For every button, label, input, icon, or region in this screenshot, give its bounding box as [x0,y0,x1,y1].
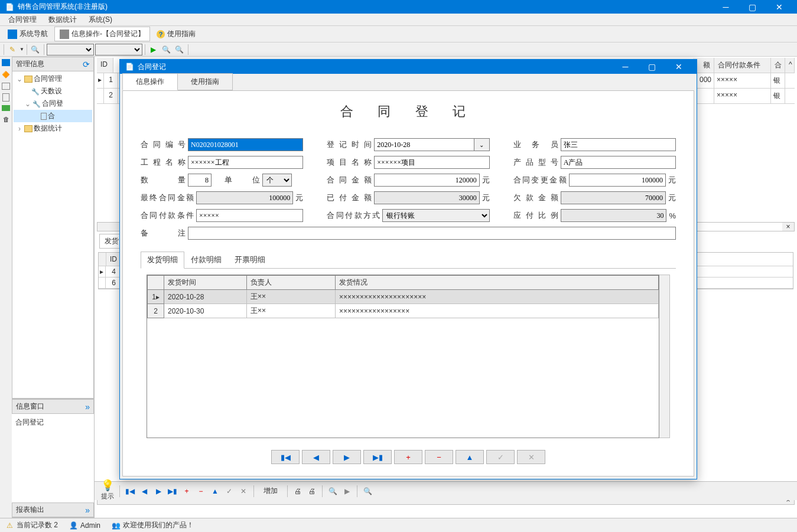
tree-days-setting[interactable]: 🔧 天数设 [14,85,92,97]
pay-method-select[interactable]: 银行转账 [382,209,489,222]
zoom-button[interactable] [161,44,173,56]
cell-time[interactable]: 2020-10-30 [164,304,247,318]
grid-cell[interactable]: 1 [104,73,118,88]
close-tab-button[interactable]: × [782,223,794,231]
tree-contract-sub[interactable]: 合 [14,110,92,122]
subtab-invoice[interactable]: 开票明细 [228,252,272,268]
up-button[interactable]: ▲ [209,485,222,498]
table-row[interactable]: 1▸ 2020-10-28 王×× ××××××××××××××××××××× [148,290,659,304]
add-record-button[interactable]: + [394,450,422,464]
close-button[interactable]: ✕ [766,0,792,14]
play-button-2[interactable]: ▶ [340,485,353,498]
expand-icon[interactable]: ⌄ [16,75,23,83]
add-button[interactable]: + [180,485,193,498]
dialog-tab-info[interactable]: 信息操作 [122,73,178,90]
tab-nav[interactable]: 系统导航 [2,27,53,41]
subtab-payment[interactable]: 付款明细 [184,252,228,268]
nav-first-button[interactable]: ▮◀ [123,485,136,498]
next-record-button[interactable]: ▶ [333,450,361,464]
acc-report[interactable]: 报表输出 » [12,502,94,517]
search-button[interactable] [30,44,41,56]
trash-icon[interactable]: 🗑 [1,115,11,124]
tree-contract-mgmt[interactable]: ⌄ 合同管理 [14,73,92,85]
first-record-button[interactable]: ▮◀ [271,450,300,464]
dialog-maximize-button[interactable]: ▢ [639,60,665,74]
cancel-record-button[interactable]: ✕ [517,450,545,464]
dialog-close-button[interactable]: ✕ [665,60,692,74]
edit-button[interactable] [6,44,18,56]
expand-icon[interactable]: › [16,125,23,133]
cell-person[interactable]: 王×× [247,290,336,304]
col-status[interactable]: 发货情况 [336,276,659,290]
grid-cell[interactable]: ××××× [714,89,771,103]
view-icon[interactable] [2,59,10,66]
nav-prev-button[interactable]: ◀ [138,485,151,498]
unit-select[interactable]: 个 [262,174,292,187]
contract-no-input[interactable] [188,138,303,151]
print-preview-button[interactable]: 🖨 [305,485,318,498]
nav-next-button[interactable]: ▶ [152,485,165,498]
cell-status[interactable]: ××××××××××××××××× [336,304,659,318]
menu-contract[interactable]: 合同管理 [2,14,43,26]
chart-icon[interactable] [2,105,10,111]
confirm-button[interactable]: ✓ [223,485,236,498]
search-button-2[interactable] [326,485,339,498]
salesman-input[interactable] [561,138,676,151]
paid-amt-input[interactable] [374,191,479,204]
nav-last-button[interactable]: ▶▮ [166,485,179,498]
qty-input[interactable] [188,174,212,187]
reg-time-input[interactable] [374,138,474,151]
dialog-minimize-button[interactable]: ─ [612,60,639,74]
print-button[interactable]: 🖨 [291,485,304,498]
expand-icon[interactable]: ⌄ [24,100,31,108]
maximize-button[interactable]: ▢ [739,0,766,14]
grid-cell[interactable]: 银 [771,73,785,88]
col-person[interactable]: 负责人 [247,276,336,290]
cell-person[interactable]: 王×× [247,304,336,318]
play-button[interactable]: ▶ [148,44,160,56]
tab-info-ops[interactable]: 信息操作-【合同登记】 [54,27,150,41]
list-icon[interactable] [2,83,10,90]
zoom-button-2[interactable] [174,44,186,56]
pay-ratio-input[interactable] [561,209,667,222]
item-name-input[interactable] [374,156,489,169]
tree-contract-reg[interactable]: ⌄ 🔧 合同登 [14,97,92,110]
grid-cell[interactable]: 银 [771,89,785,103]
dropdown-arrow-icon[interactable]: ▼ [19,47,24,52]
change-amt-input[interactable] [569,174,666,187]
acc-info-window[interactable]: 信息窗口 » [12,399,94,414]
remark-input[interactable] [188,227,676,240]
product-model-input[interactable] [561,156,676,169]
subtab-shipping[interactable]: 发货明细 [141,252,184,269]
add-text-button[interactable]: 增加 [258,485,284,498]
cell-time[interactable]: 2020-10-28 [164,290,247,304]
minimize-button[interactable]: ─ [713,0,739,14]
cancel-button[interactable]: ✕ [237,485,250,498]
delete-record-button[interactable]: − [425,450,453,464]
tab-guide[interactable]: ? 使用指南 [151,27,201,41]
filter-select-2[interactable] [95,44,142,56]
prev-record-button[interactable]: ◀ [302,450,330,464]
owed-amt-input[interactable] [561,191,666,204]
doc-icon[interactable] [2,93,9,102]
menu-system[interactable]: 系统(S) [83,14,118,26]
delete-button[interactable]: − [194,485,207,498]
grid-cell[interactable]: 2 [104,89,118,103]
cell-status[interactable]: ××××××××××××××××××××× [336,290,659,304]
date-picker-button[interactable]: ⌄ [474,138,490,151]
final-amt-input[interactable] [196,191,293,204]
confirm-record-button[interactable]: ✓ [486,450,515,464]
tree-stats[interactable]: › 数据统计 [14,122,92,135]
menu-stats[interactable]: 数据统计 [43,14,83,26]
pay-cond-input[interactable] [196,209,303,222]
table-row[interactable]: 2 2020-10-30 王×× ××××××××××××××××× [148,304,659,318]
grid-cell[interactable]: ××××× [714,73,771,88]
info-item[interactable]: 合同登记 [15,417,90,427]
filter-select-1[interactable] [47,44,94,56]
contract-amt-input[interactable] [374,174,479,187]
col-ship-time[interactable]: 发货时间 [164,276,247,290]
acc-manage-info[interactable]: 管理信息 ⟳ [12,57,94,71]
move-up-button[interactable]: ▲ [456,450,484,464]
project-input[interactable] [188,156,303,169]
org-icon[interactable]: 🔶 [1,70,11,79]
